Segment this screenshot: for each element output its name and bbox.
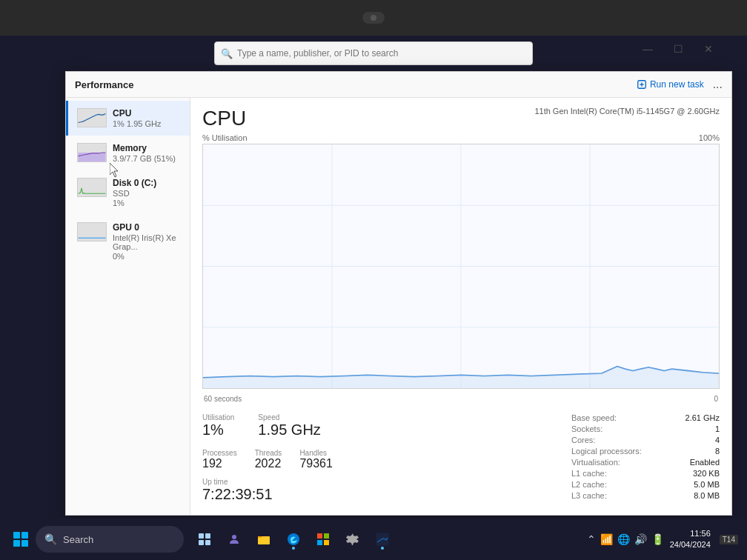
top-search-input[interactable]: [237, 48, 526, 59]
taskbar: 🔍 Search: [0, 519, 747, 560]
sockets-val: 1: [715, 424, 720, 433]
svg-point-17: [288, 533, 299, 545]
l2-row: L2 cache: 5.0 MB: [571, 480, 720, 489]
l2-key: L2 cache:: [571, 480, 607, 489]
memory-sidebar-name: Memory: [113, 143, 181, 153]
cores-val: 4: [715, 436, 720, 444]
svg-rect-19: [324, 533, 329, 539]
cpu-processor-name: 11th Gen Intel(R) Core(TM) i5-1145G7 @ 2…: [534, 107, 720, 116]
svg-point-15: [232, 535, 236, 539]
clock-date: 24/04/2024: [670, 539, 711, 550]
teams-icon[interactable]: [222, 527, 246, 551]
svg-rect-21: [324, 540, 329, 545]
gpu-thumb: [77, 222, 107, 241]
svg-rect-11: [199, 533, 204, 539]
svg-rect-3: [79, 153, 106, 161]
screen-bezel: [0, 0, 747, 36]
network-icon[interactable]: 🌐: [617, 533, 630, 545]
windows-logo-icon: [13, 532, 28, 547]
volume-icon[interactable]: 🔊: [634, 533, 647, 545]
wifi-icon[interactable]: 📶: [600, 533, 613, 545]
l1-val: 320 KB: [693, 469, 720, 478]
disk-thumb: [77, 178, 107, 197]
chevron-up-icon[interactable]: ⌃: [587, 533, 596, 545]
cores-row: Cores: 4: [571, 436, 720, 444]
processes-value: 192: [202, 457, 237, 470]
panel-header: CPU 11th Gen Intel(R) Core(TM) i5-1145G7…: [202, 107, 720, 130]
svg-rect-18: [317, 533, 322, 539]
cpu-chart: [202, 144, 720, 389]
handles-stat: Handles 79361: [299, 446, 339, 473]
taskview-icon[interactable]: [193, 527, 216, 551]
disk-sidebar-sub1: SSD: [113, 189, 181, 198]
memory-thumb: [77, 143, 107, 162]
camera-dot: [362, 12, 385, 24]
run-new-task-button[interactable]: Run new task: [637, 79, 704, 90]
stat-row-2: Processes 192 Threads 2022 Handles 79361: [202, 446, 560, 473]
sidebar-item-gpu[interactable]: GPU 0 Intel(R) Iris(R) Xe Grap... 0%: [66, 215, 190, 268]
svg-rect-14: [205, 540, 210, 545]
gpu-sidebar-info: GPU 0 Intel(R) Iris(R) Xe Grap... 0%: [113, 222, 181, 261]
top-search-bar[interactable]: 🔍: [214, 41, 533, 65]
stat-row-3: Up time 7:22:39:51: [202, 478, 560, 503]
right-stats: Base speed: 2.61 GHz Sockets: 1 Cores: 4…: [571, 410, 720, 506]
performance-icon[interactable]: [371, 527, 394, 551]
window-controls: — ☐ ✕: [638, 41, 717, 56]
svg-rect-13: [199, 540, 204, 545]
task-manager-window: Performance Run new task ...: [65, 71, 732, 516]
battery-icon[interactable]: 🔋: [651, 533, 664, 545]
tm-content: CPU 1% 1.95 GHz Memory 3.9/7.7 GB (51%): [66, 98, 731, 515]
maximize-button[interactable]: ☐: [669, 41, 688, 56]
gpu-sidebar-sub1: Intel(R) Iris(R) Xe Grap...: [113, 233, 181, 251]
svg-rect-20: [317, 540, 322, 545]
virt-key: Virtualisation:: [571, 458, 620, 467]
max-pct-label: 100%: [699, 133, 720, 142]
l3-key: L3 cache:: [571, 491, 607, 500]
tm-actions: Run new task ...: [637, 78, 723, 91]
start-button[interactable]: [9, 527, 33, 551]
uptime-value: 7:22:39:51: [202, 486, 560, 503]
more-options-button[interactable]: ...: [713, 78, 723, 91]
l2-val: 5.0 MB: [694, 480, 720, 489]
svg-rect-12: [205, 533, 210, 539]
memory-sidebar-sub: 3.9/7.7 GB (51%): [113, 154, 181, 163]
minimize-button[interactable]: —: [638, 41, 657, 56]
disk-sidebar-sub2: 1%: [113, 199, 181, 207]
close-button[interactable]: ✕: [700, 41, 717, 56]
run-task-icon: [637, 79, 647, 90]
left-stats: Utilisation 1% Speed 1.95 GHz Processes …: [202, 410, 560, 506]
cpu-sidebar-sub: 1% 1.95 GHz: [113, 119, 181, 128]
top-search-icon: 🔍: [221, 48, 233, 59]
store-icon[interactable]: [311, 527, 335, 551]
threads-label: Threads: [255, 449, 282, 457]
chart-label-row: % Utilisation 100%: [202, 133, 720, 142]
bottom-stats: Utilisation 1% Speed 1.95 GHz Processes …: [202, 410, 720, 506]
file-explorer-icon[interactable]: [252, 527, 276, 551]
edge-icon[interactable]: [282, 527, 305, 551]
cpu-chart-svg: [203, 144, 719, 388]
sidebar-item-cpu[interactable]: CPU 1% 1.95 GHz: [66, 101, 190, 136]
tm-panel: CPU 11th Gen Intel(R) Core(TM) i5-1145G7…: [190, 98, 731, 515]
sidebar-item-memory[interactable]: Memory 3.9/7.7 GB (51%): [66, 136, 190, 170]
sockets-row: Sockets: 1: [571, 424, 720, 433]
edge-active-indicator: [292, 547, 295, 550]
gpu-sidebar-name: GPU 0: [113, 222, 181, 233]
speed-stat: Speed 1.95 GHz: [258, 410, 326, 441]
taskbar-search-bar[interactable]: 🔍 Search: [36, 526, 184, 553]
taskbar-clock[interactable]: 11:56 24/04/2024: [670, 528, 711, 551]
cpu-thumb: [77, 108, 107, 127]
settings-icon[interactable]: [341, 527, 365, 551]
cores-key: Cores:: [571, 436, 595, 444]
run-task-label: Run new task: [650, 79, 704, 90]
stat-row-1: Utilisation 1% Speed 1.95 GHz: [202, 410, 560, 441]
logical-row: Logical processors: 8: [571, 447, 720, 456]
sidebar-item-disk[interactable]: Disk 0 (C:) SSD 1%: [66, 170, 190, 215]
tm-titlebar: Performance Run new task ...: [66, 72, 731, 98]
speed-label: Speed: [258, 413, 320, 421]
cpu-sidebar-name: CPU: [113, 108, 181, 119]
taskbar-app-icons: [193, 527, 394, 551]
system-tray: ⌃ 📶 🌐 🔊 🔋: [587, 533, 664, 545]
utilisation-label: Utilisation: [202, 413, 234, 421]
utilisation-stat: Utilisation 1%: [202, 410, 240, 441]
speed-value: 1.95 GHz: [258, 421, 320, 439]
